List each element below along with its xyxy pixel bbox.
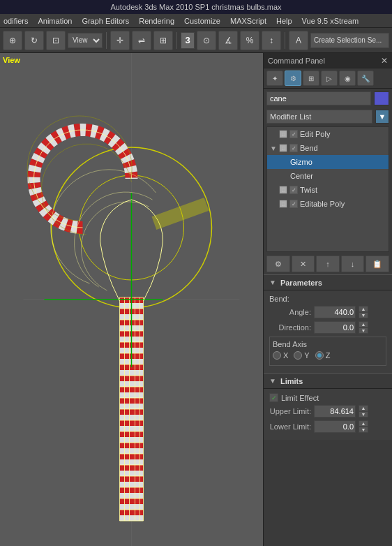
cb-bend[interactable]: ✓: [289, 144, 298, 152]
icon-editable-poly: □: [279, 200, 287, 208]
angle-input[interactable]: [314, 306, 356, 318]
stack-item-center[interactable]: Center: [267, 169, 389, 183]
view-select[interactable]: View: [68, 33, 103, 48]
scale-btn[interactable]: ⊡: [46, 31, 66, 50]
move-up-btn[interactable]: ↑: [316, 256, 340, 272]
menu-rendering[interactable]: Rendering: [137, 17, 176, 25]
move-down-btn[interactable]: ↓: [341, 256, 365, 272]
menu-help[interactable]: Help: [274, 17, 294, 25]
direction-up[interactable]: ▲: [359, 321, 368, 327]
direction-row: Direction: ▲ ▼: [269, 321, 386, 334]
modifier-dropdown-btn[interactable]: ▼: [375, 110, 389, 124]
create-selection-btn[interactable]: Create Selection Se...: [310, 33, 389, 48]
command-panel: Command Panel ✕ ✦ ⚙ ⊞ ▷ ◉ 🔧 Modifier Lis…: [263, 53, 392, 546]
panel-title-bar: Command Panel ✕: [264, 53, 392, 68]
rotate-btn[interactable]: ↻: [24, 31, 44, 50]
spinner-snap-btn[interactable]: ↕: [262, 31, 281, 50]
tab-modify[interactable]: ⚙: [285, 71, 301, 86]
menu-animation[interactable]: Animation: [36, 17, 74, 25]
angle-spinner[interactable]: ▲ ▼: [359, 306, 368, 318]
cb-editable-poly[interactable]: ✓: [289, 200, 298, 208]
tab-create[interactable]: ✦: [266, 71, 283, 86]
parameters-header[interactable]: ▼ Parameters: [264, 275, 392, 290]
panel-tabs: ✦ ⚙ ⊞ ▷ ◉ 🔧: [264, 68, 392, 89]
bend-group-label: Bend:: [269, 295, 386, 303]
radio-circle-y: [294, 351, 302, 360]
title-text: Autodesk 3ds Max 2010 SP1 christmas bulb…: [110, 3, 281, 11]
angle-snap-btn[interactable]: ∡: [218, 31, 238, 50]
radio-x[interactable]: X: [273, 351, 288, 360]
lower-limit-input[interactable]: [314, 420, 356, 433]
upper-limit-label: Upper Limit:: [269, 407, 311, 415]
radio-y[interactable]: Y: [294, 351, 309, 360]
direction-label: Direction:: [269, 323, 311, 332]
stack-item-editable-poly[interactable]: □ ✓ Editable Poly: [267, 197, 389, 211]
direction-down[interactable]: ▼: [359, 327, 368, 334]
modifier-stack[interactable]: □ ✓ Edit Poly ▼ □ ✓ Bend Gizmo Center: [266, 126, 389, 252]
name-row: [264, 89, 392, 108]
radio-z[interactable]: Z: [315, 351, 331, 360]
percent-snap-btn[interactable]: %: [240, 31, 259, 50]
tab-motion[interactable]: ▷: [321, 71, 338, 86]
name-color-btn[interactable]: [374, 91, 389, 105]
upper-limit-up[interactable]: ▲: [359, 405, 368, 411]
menu-graph-editors[interactable]: Graph Editors: [80, 17, 131, 25]
lower-limit-spinner[interactable]: ▲ ▼: [359, 420, 368, 433]
menu-maxscript[interactable]: MAXScript: [228, 17, 269, 25]
upper-limit-input[interactable]: [314, 405, 356, 418]
icon-edit-poly: □: [279, 130, 287, 138]
direction-spinner[interactable]: ▲ ▼: [359, 321, 368, 334]
lower-limit-down[interactable]: ▼: [359, 427, 368, 433]
stack-item-twist[interactable]: □ ✓ Twist: [267, 183, 389, 197]
tab-display[interactable]: ◉: [339, 71, 356, 86]
panel-title: Command Panel: [268, 57, 325, 65]
icon-bend: □: [279, 144, 287, 152]
snaps-toggle[interactable]: 3: [181, 32, 195, 49]
name-input[interactable]: [266, 91, 371, 105]
title-bar: Autodesk 3ds Max 2010 SP1 christmas bulb…: [0, 0, 392, 14]
angle-up[interactable]: ▲: [359, 306, 368, 312]
angle-down[interactable]: ▼: [359, 312, 368, 318]
modifier-row: Modifier List ▼: [264, 108, 392, 125]
snap-btn[interactable]: ⊙: [197, 31, 216, 50]
label-edit-poly: Edit Poly: [300, 130, 330, 138]
lower-limit-label: Lower Limit:: [269, 422, 311, 431]
menu-vue[interactable]: Vue 9.5 xStream: [300, 17, 361, 25]
stack-item-edit-poly[interactable]: □ ✓ Edit Poly: [267, 127, 389, 141]
radio-label-z: Z: [326, 351, 331, 360]
tab-hierarchy[interactable]: ⊞: [303, 71, 319, 86]
toolbar-sep3: [285, 32, 285, 49]
menu-modifiers[interactable]: odifiers: [1, 17, 30, 25]
move-btn[interactable]: ✛: [110, 31, 130, 50]
radio-circle-x: [273, 351, 281, 360]
cb-twist[interactable]: ✓: [289, 186, 298, 194]
select-btn[interactable]: ⊕: [3, 31, 22, 50]
expand-bend: ▼: [270, 145, 277, 152]
stack-item-bend[interactable]: ▼ □ ✓ Bend: [267, 141, 389, 155]
angle-row: Angle: ▲ ▼: [269, 306, 386, 318]
limits-header[interactable]: ▼ Limits: [264, 374, 392, 389]
direction-input[interactable]: [314, 321, 356, 334]
mirror-btn[interactable]: ⇌: [132, 31, 151, 50]
viewport-label: View: [3, 56, 20, 64]
parameters-arrow: ▼: [269, 279, 276, 286]
limit-effect-checkbox[interactable]: ✓: [269, 393, 278, 402]
panel-actions: ⚙ ✕ ↑ ↓ 📋: [264, 253, 392, 274]
viewport[interactable]: View: [0, 53, 263, 546]
tab-utilities[interactable]: 🔧: [357, 71, 374, 86]
lower-limit-up[interactable]: ▲: [359, 420, 368, 427]
axis-row: X Y Z: [273, 351, 383, 360]
label-bend: Bend: [300, 144, 318, 152]
upper-limit-spinner[interactable]: ▲ ▼: [359, 405, 368, 418]
menu-customize[interactable]: Customize: [182, 17, 223, 25]
main-area: View: [0, 53, 392, 546]
remove-modifier-btn[interactable]: ✕: [292, 256, 315, 272]
copy-modifier-btn[interactable]: 📋: [365, 256, 389, 272]
configure-btn[interactable]: ⚙: [266, 256, 290, 272]
array-btn[interactable]: ⊞: [153, 31, 173, 50]
panel-close-btn[interactable]: ✕: [381, 56, 388, 66]
cb-edit-poly[interactable]: ✓: [289, 130, 298, 138]
edit-named-btn[interactable]: A: [289, 31, 308, 50]
stack-item-gizmo[interactable]: Gizmo: [267, 155, 389, 169]
upper-limit-down[interactable]: ▼: [359, 411, 368, 418]
